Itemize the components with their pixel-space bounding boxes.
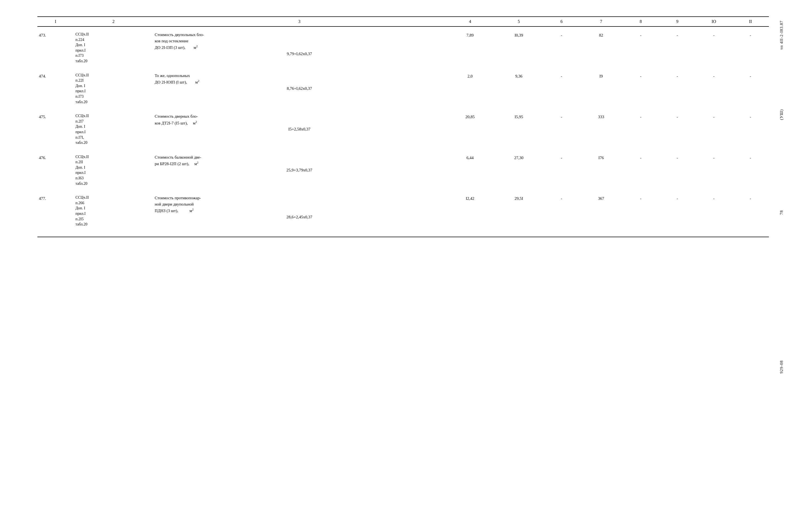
desc-sub-473: 9,79+I,62х0,37 (155, 51, 444, 57)
row-col7-477: 367 (580, 193, 622, 229)
row-col4-477: I2,42 (446, 193, 495, 229)
row-ref-477: ССЦч.II п.266 Доп. I прил.I п.2I5 табл.2… (74, 193, 153, 229)
row-col4-476: 6,44 (446, 153, 495, 188)
row-col9-477: - (659, 193, 695, 229)
row-ref-473: ССЦч.II п.224 Доп. I прил.I п.I73 табл.2… (74, 30, 153, 65)
row-num-473: 473. (37, 30, 74, 65)
header-col7: 7 (580, 17, 622, 26)
header-col9: 9 (659, 17, 695, 26)
desc-sub-474: 8,76+I,62х0,37 (155, 86, 444, 92)
row-col8-474: - (622, 71, 659, 107)
row-ref-476: ССЦч.II п.2II Доп. I прил.I п.I63 табл.2… (74, 153, 153, 188)
table-row (37, 26, 769, 30)
row-col7-476: I76 (580, 153, 622, 188)
desc-main-474: То же, однопольныхДО 2I-IОIП (I шт), м2 (155, 73, 199, 84)
row-col7-475: 333 (580, 112, 622, 147)
row-col7-474: I9 (580, 71, 622, 107)
row-col9-473: - (659, 30, 695, 65)
row-col9-476: - (659, 153, 695, 188)
header-col3: 3 (153, 17, 446, 26)
desc-sub-475: I5+2,58х0,37 (155, 126, 444, 132)
main-table: I 2 3 4 5 6 7 8 9 IO II 473. ССЦч.II п.2… (37, 16, 769, 237)
row-desc-474: То же, однопольныхДО 2I-IОIП (I шт), м2 … (153, 71, 446, 107)
side-text-4: 929-08 (779, 360, 784, 374)
table-row (37, 147, 769, 153)
table-row: 477. ССЦч.II п.266 Доп. I прил.I п.2I5 т… (37, 193, 769, 229)
row-col11-477: - (732, 193, 769, 229)
row-col10-474: - (695, 71, 732, 107)
row-col5-474: 9,36 (494, 71, 543, 107)
row-col8-473: - (622, 30, 659, 65)
row-col5-477: 29,5I (494, 193, 543, 229)
row-col6-476: - (543, 153, 580, 188)
side-text-3: 78 (779, 210, 784, 215)
row-desc-473: Стоимость двупольных бло-ков под остекле… (153, 30, 446, 65)
header-col6: 6 (543, 17, 580, 26)
row-ref-475: ССЦч.II п.2I7 Доп. I прил.I п.I7I, табл.… (74, 112, 153, 147)
row-col5-475: I5,95 (494, 112, 543, 147)
row-col4-473: 7,89 (446, 30, 495, 65)
table-row: 474. ССЦч.II п.22I Доп. I прил.I п.I73 т… (37, 71, 769, 107)
header-col8: 8 (622, 17, 659, 26)
table-row (37, 188, 769, 193)
page-container: тп 4II-2-I83.87 (УШ) 78 929-08 I 2 3 4 5… (21, 5, 785, 248)
row-num-475: 475. (37, 112, 74, 147)
desc-sub-477: 28,6+2,45х0,37 (155, 214, 444, 220)
row-desc-476: Стоимость балконной две-ри БР28-I2П (2 ш… (153, 153, 446, 188)
header-col5: 5 (494, 17, 543, 26)
side-text-2: (УШ) (779, 109, 784, 120)
row-col6-475: - (543, 112, 580, 147)
row-num-476: 476. (37, 153, 74, 188)
row-desc-475: Стоимость дверных бло-ков ДТ2I-7 (I5 шт)… (153, 112, 446, 147)
row-num-474: 474. (37, 71, 74, 107)
row-col9-474: - (659, 71, 695, 107)
side-text-1: тп 4II-2-I83.87 (779, 20, 784, 50)
row-col11-476: - (732, 153, 769, 188)
header-col11: II (732, 17, 769, 26)
desc-main-476: Стоимость балконной две-ри БР28-I2П (2 ш… (155, 155, 201, 166)
row-col4-475: 20,85 (446, 112, 495, 147)
row-col9-475: - (659, 112, 695, 147)
row-col7-473: 82 (580, 30, 622, 65)
table-row: 475. ССЦч.II п.2I7 Доп. I прил.I п.I7I, … (37, 112, 769, 147)
desc-main-473: Стоимость двупольных бло-ков под остекле… (155, 33, 204, 50)
row-col11-475: - (732, 112, 769, 147)
row-col10-475: - (695, 112, 732, 147)
row-num-477: 477. (37, 193, 74, 229)
desc-main-475: Стоимость дверных бло-ков ДТ2I-7 (I5 шт)… (155, 114, 198, 125)
row-col6-474: - (543, 71, 580, 107)
header-col2: 2 (74, 17, 153, 26)
header-col1: I (37, 17, 74, 26)
row-col5-476: 27,30 (494, 153, 543, 188)
row-col8-475: - (622, 112, 659, 147)
table-row (37, 65, 769, 71)
table-row: 476. ССЦч.II п.2II Доп. I прил.I п.I63 т… (37, 153, 769, 188)
row-col11-473: - (732, 30, 769, 65)
row-col4-474: 2,0 (446, 71, 495, 107)
table-row: 473. ССЦч.II п.224 Доп. I прил.I п.I73 т… (37, 30, 769, 65)
row-col8-477: - (622, 193, 659, 229)
row-col10-477: - (695, 193, 732, 229)
row-ref-474: ССЦч.II п.22I Доп. I прил.I п.I73 табл.2… (74, 71, 153, 107)
header-col10: IO (695, 17, 732, 26)
header-col4: 4 (446, 17, 495, 26)
row-col10-476: - (695, 153, 732, 188)
row-col8-476: - (622, 153, 659, 188)
table-row (37, 106, 769, 112)
header-row: I 2 3 4 5 6 7 8 9 IO II (37, 17, 769, 26)
row-desc-477: Стоимость противопожар-ной двери двуполь… (153, 193, 446, 229)
row-col10-473: - (695, 30, 732, 65)
row-col5-473: I0,39 (494, 30, 543, 65)
row-col6-477: - (543, 193, 580, 229)
row-col11-474: - (732, 71, 769, 107)
bottom-border-row (37, 229, 769, 237)
desc-sub-476: 25,9+3,79х0,37 (155, 167, 444, 173)
row-col6-473: - (543, 30, 580, 65)
desc-main-477: Стоимость противопожар-ной двери двуполь… (155, 196, 201, 213)
